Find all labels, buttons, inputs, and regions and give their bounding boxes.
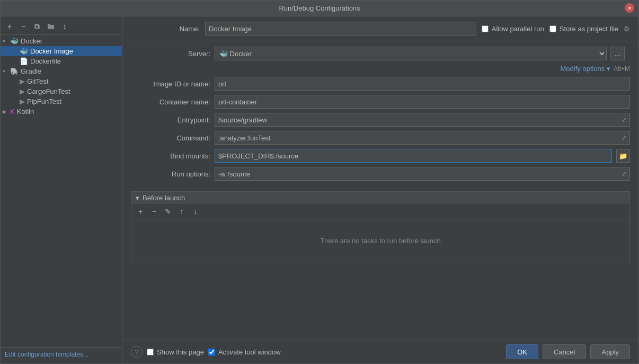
server-label: Server: <box>131 50 210 58</box>
server-more-button[interactable]: ... <box>610 47 625 60</box>
dockerfile-label: Dockerfile <box>30 57 61 65</box>
before-launch-up-button[interactable]: ↑ <box>176 206 188 217</box>
before-launch-add-button[interactable]: + <box>135 206 146 217</box>
command-input-area: ⤢ <box>215 131 630 145</box>
before-launch-empty-text: There are no tasks to run before launch <box>320 237 441 245</box>
show-page-label: Show this page <box>157 348 204 356</box>
cargofuntest-icon: ▶ <box>20 87 25 95</box>
sidebar-item-docker-image[interactable]: 🐳 Docker Image <box>1 46 122 56</box>
remove-config-button[interactable]: − <box>17 21 29 32</box>
bind-mounts-folder-button[interactable]: 📁 <box>616 149 630 163</box>
gradle-group-icon: 🐘 <box>10 67 19 75</box>
sidebar-item-gradle-group[interactable]: ▾ 🐘 Gradle <box>1 66 122 76</box>
entrypoint-expand-button[interactable]: ⤢ <box>619 116 629 123</box>
ok-button[interactable]: OK <box>506 344 538 359</box>
name-label: Name: <box>131 25 200 33</box>
before-launch-header[interactable]: ▾ Before launch <box>131 192 629 204</box>
gradle-group-arrow: ▾ <box>3 68 10 74</box>
sidebar-item-docker-group[interactable]: ▾ 🐳 Docker <box>1 36 122 46</box>
copy-config-button[interactable]: ⧉ <box>31 21 43 32</box>
gittest-icon: ▶ <box>20 77 25 85</box>
store-project-area: Store as project file ⚙ <box>549 25 630 33</box>
show-page-checkbox[interactable] <box>147 349 154 356</box>
before-launch-panel: ▾ Before launch + − ✎ ↑ ↓ There are no t… <box>131 191 630 262</box>
server-row: Server: 🐳 Docker ... <box>131 47 630 60</box>
dialog-buttons: OK Cancel Apply <box>506 344 630 359</box>
close-button[interactable]: ✕ <box>625 3 634 13</box>
before-launch-label: Before launch <box>143 194 185 202</box>
image-id-input[interactable] <box>215 77 630 91</box>
folder-config-button[interactable] <box>45 21 57 32</box>
sidebar-item-dockerfile[interactable]: 📄 Dockerfile <box>1 56 122 66</box>
activate-tool-area: Activate tool window <box>208 348 281 356</box>
before-launch-toolbar: + − ✎ ↑ ↓ <box>131 204 629 219</box>
bind-mounts-row: Bind mounts: 📁 <box>131 149 630 163</box>
before-launch-down-button[interactable]: ↓ <box>190 206 201 217</box>
entrypoint-input-area: ⤢ <box>215 113 630 127</box>
store-project-settings-icon[interactable]: ⚙ <box>624 25 630 33</box>
allow-parallel-area: Allow parallel run <box>482 25 544 33</box>
help-button[interactable]: ? <box>131 346 143 358</box>
dialog-content: + − ⧉ ↕ ▾ 🐳 Docker <box>1 16 638 363</box>
run-options-row: Run options: ⤢ <box>131 167 630 181</box>
activate-tool-label: Activate tool window <box>218 348 281 356</box>
gittest-label: GitTest <box>27 77 48 85</box>
title-bar: Run/Debug Configurations ✕ <box>1 1 638 16</box>
sort-config-button[interactable]: ↕ <box>59 21 70 32</box>
entrypoint-label: Entrypoint: <box>131 116 210 124</box>
bottom-bar: ? Show this page Activate tool window OK… <box>122 340 638 363</box>
run-options-input[interactable] <box>215 167 630 181</box>
entrypoint-input[interactable] <box>215 113 630 127</box>
run-options-input-area: ⤢ <box>215 167 630 181</box>
run-options-expand-button[interactable]: ⤢ <box>619 170 629 177</box>
docker-group-label: Docker <box>21 37 42 45</box>
docker-image-label: Docker Image <box>30 47 73 55</box>
container-name-label: Container name: <box>131 98 210 106</box>
add-config-button[interactable]: + <box>4 21 15 32</box>
before-launch-remove-button[interactable]: − <box>148 206 160 217</box>
svg-rect-0 <box>48 25 54 29</box>
sidebar-item-gittest[interactable]: ▶ GitTest <box>1 76 122 86</box>
show-page-area: Show this page <box>147 348 204 356</box>
store-project-checkbox[interactable] <box>549 25 556 32</box>
command-row: Command: ⤢ <box>131 131 630 145</box>
container-name-row: Container name: <box>131 95 630 109</box>
kotlin-group-arrow: ▶ <box>3 109 10 114</box>
dockerfile-icon: 📄 <box>20 57 28 65</box>
allow-parallel-checkbox[interactable] <box>482 25 489 32</box>
docker-group-arrow: ▾ <box>3 38 10 44</box>
sidebar-item-kotlin-group[interactable]: ▶ K Kotlin <box>1 106 122 117</box>
config-tree: ▾ 🐳 Docker 🐳 Docker Image 📄 Dockerfile ▾ <box>1 35 122 347</box>
before-launch-edit-button[interactable]: ✎ <box>162 206 174 217</box>
cancel-button[interactable]: Cancel <box>543 344 586 359</box>
activate-tool-checkbox[interactable] <box>208 349 215 356</box>
sidebar-item-cargofuntest[interactable]: ▶ CargoFunTest <box>1 86 122 96</box>
container-name-input[interactable] <box>215 95 630 109</box>
image-id-row: Image ID or name: <box>131 77 630 91</box>
cargofuntest-label: CargoFunTest <box>27 87 70 95</box>
image-id-label: Image ID or name: <box>131 80 210 88</box>
kotlin-group-label: Kotlin <box>17 108 34 116</box>
kotlin-group-icon: K <box>10 108 15 116</box>
bind-mounts-input[interactable] <box>215 149 612 163</box>
gradle-group-label: Gradle <box>21 67 41 75</box>
form-area: Server: 🐳 Docker ... Modify options ▾ Al… <box>122 41 638 340</box>
allow-parallel-label: Allow parallel run <box>492 25 544 33</box>
modify-options-link[interactable]: Modify options ▾ <box>561 65 610 73</box>
name-row: Name: Allow parallel run Store as projec… <box>122 16 638 41</box>
name-input[interactable] <box>205 22 476 35</box>
run-debug-dialog: Run/Debug Configurations ✕ + − ⧉ ↕ <box>0 0 639 364</box>
sidebar-item-pipfuntest[interactable]: ▶ PipFunTest <box>1 96 122 106</box>
command-input[interactable] <box>215 131 630 145</box>
command-label: Command: <box>131 134 210 142</box>
server-select[interactable]: 🐳 Docker <box>215 47 607 60</box>
server-select-area: 🐳 Docker ... <box>215 47 625 60</box>
command-expand-button[interactable]: ⤢ <box>619 134 629 141</box>
docker-group-icon: 🐳 <box>10 37 19 45</box>
apply-button[interactable]: Apply <box>590 344 630 359</box>
store-project-label: Store as project file <box>560 25 618 33</box>
before-launch-content: There are no tasks to run before launch <box>131 219 629 262</box>
modify-shortcut: Alt+M <box>614 65 630 73</box>
bind-mounts-label: Bind mounts: <box>131 152 210 160</box>
edit-templates-link[interactable]: Edit configuration templates... <box>1 347 122 361</box>
